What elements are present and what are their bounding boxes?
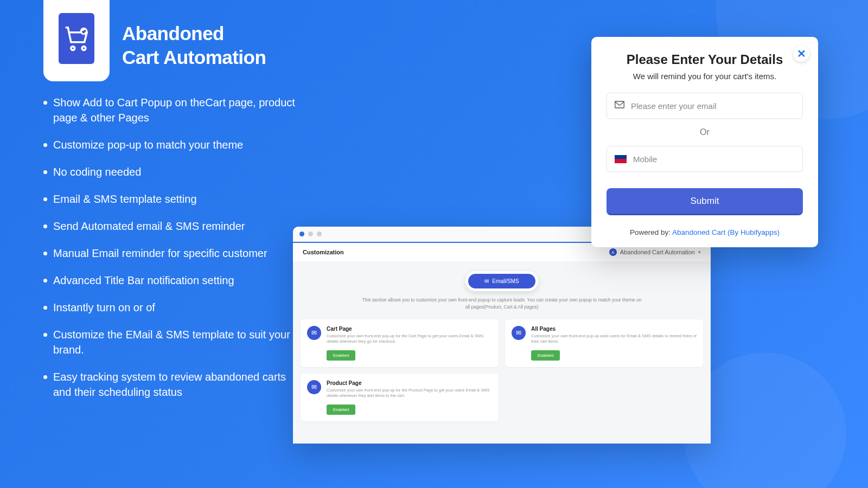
details-popup: ✕ Please Enter Your Details We will remi… <box>591 37 818 247</box>
feature-item: Easy tracking system to review abandoned… <box>43 369 298 400</box>
card-icon: ✉ <box>307 326 321 340</box>
card-cart-page[interactable]: ✉ Cart Page Customize your own front-end… <box>301 319 499 367</box>
app-logo <box>59 13 94 64</box>
dashboard-title: Customization <box>303 249 344 255</box>
feature-item: No coding needed <box>43 164 298 179</box>
feature-item: Show Add to Cart Popup on theCart page, … <box>43 95 298 125</box>
app-switcher[interactable]: A Abandoned Cart Automation ▾ <box>609 248 701 256</box>
powered-by: Powered by: Abandoned Cart (By Hubifyapp… <box>607 228 803 236</box>
svg-point-1 <box>82 47 86 50</box>
section-description: This section allows you to customize you… <box>361 297 643 311</box>
enabled-button[interactable]: Enabled <box>327 350 355 361</box>
email-input[interactable] <box>631 101 795 111</box>
card-title: Product Page <box>327 380 492 386</box>
card-icon: ✉ <box>307 380 321 394</box>
enabled-button[interactable]: Enabled <box>327 404 355 415</box>
tab-label: Email/SMS <box>492 278 519 284</box>
card-title: All Pages <box>531 326 697 332</box>
dashboard-window: Customization A Abandoned Cart Automatio… <box>293 227 711 444</box>
feature-item: Customize pop-up to match your theme <box>43 137 298 152</box>
mail-icon <box>615 101 624 111</box>
or-divider: Or <box>607 127 803 137</box>
tab-email-sms[interactable]: ✉ Email/SMS <box>468 274 535 288</box>
powered-prefix: Powered by: <box>630 228 672 236</box>
title-line-2: Cart Automation <box>122 47 266 68</box>
mail-icon: ✉ <box>484 278 489 284</box>
feature-item: Customize the EMail & SMS template to su… <box>43 327 298 357</box>
card-all-pages[interactable]: ✉ All Pages Customize your own front-end… <box>505 319 703 367</box>
tab-container: ✉ Email/SMS <box>465 271 538 291</box>
card-desc: Customize your own front-end pop-up for … <box>327 388 492 399</box>
feature-item: Email & SMS template setting <box>43 191 298 207</box>
enabled-button[interactable]: Enabled <box>531 350 560 361</box>
dashboard-body: ✉ Email/SMS This section allows you to c… <box>293 261 711 444</box>
title-line-1: Abandoned <box>122 23 224 44</box>
card-desc: Customize your own front-end pop-up asks… <box>531 333 697 345</box>
feature-item: Send Automated email & SMS reminder <box>43 219 298 234</box>
card-product-page[interactable]: ✉ Product Page Customize your own front-… <box>301 374 499 421</box>
card-icon: ✉ <box>512 326 526 340</box>
traffic-light-dot <box>299 232 304 236</box>
popup-heading: Please Enter Your Details <box>607 52 803 67</box>
cart-icon <box>62 24 91 53</box>
feature-item: Advanced Title Bar notification setting <box>43 273 298 288</box>
flag-icon <box>615 155 627 163</box>
feature-item: Manual Email reminder for specific custo… <box>43 246 298 261</box>
svg-rect-3 <box>615 101 624 108</box>
card-desc: Customize your own front-end pop-up for … <box>327 333 492 345</box>
cards-grid: ✉ Cart Page Customize your own front-end… <box>301 319 703 421</box>
traffic-light-dot <box>317 232 322 236</box>
mobile-field-wrap[interactable] <box>607 146 803 172</box>
app-name: Abandoned Cart Automation <box>620 249 695 255</box>
svg-point-0 <box>71 47 75 50</box>
close-button[interactable]: ✕ <box>793 46 809 62</box>
card-title: Cart Page <box>327 326 492 332</box>
logo-card <box>43 0 110 81</box>
powered-link[interactable]: Abandoned Cart (By Hubifyapps) <box>672 228 780 236</box>
close-icon: ✕ <box>797 47 806 60</box>
traffic-light-dot <box>308 232 313 236</box>
chevron-down-icon: ▾ <box>698 249 701 255</box>
mobile-input[interactable] <box>633 155 795 164</box>
marketing-panel: AbandonedCart Automation Show Add to Car… <box>43 0 298 81</box>
feature-list: Show Add to Cart Popup on theCart page, … <box>43 95 298 412</box>
page-title: AbandonedCart Automation <box>122 22 266 69</box>
submit-button[interactable]: Submit <box>607 188 803 215</box>
popup-subheading: We will remind you for your cart's items… <box>607 72 803 81</box>
feature-item: Instantly turn on or of <box>43 300 298 315</box>
app-avatar: A <box>609 248 617 256</box>
email-field-wrap[interactable] <box>607 93 803 119</box>
